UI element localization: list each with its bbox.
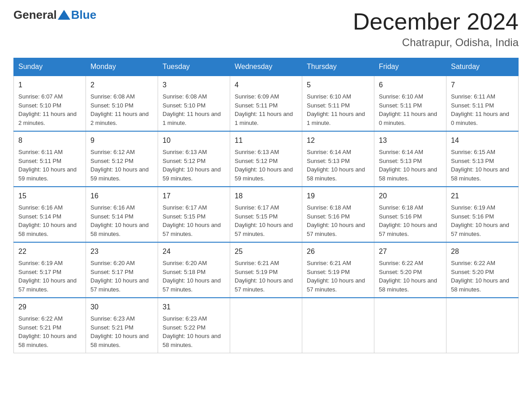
day-number: 2 <box>90 80 153 90</box>
day-info: Sunrise: 6:10 AMSunset: 5:11 PMDaylight:… <box>307 92 369 127</box>
calendar-cell: 26Sunrise: 6:21 AMSunset: 5:19 PMDayligh… <box>302 242 374 298</box>
calendar-week-5: 29Sunrise: 6:22 AMSunset: 5:21 PMDayligh… <box>14 298 519 353</box>
header-tuesday: Tuesday <box>158 58 230 76</box>
day-number: 28 <box>451 246 514 257</box>
day-number: 31 <box>163 302 225 313</box>
day-info: Sunrise: 6:21 AMSunset: 5:19 PMDaylight:… <box>307 259 369 294</box>
day-info: Sunrise: 6:21 AMSunset: 5:19 PMDaylight:… <box>235 259 297 294</box>
day-info: Sunrise: 6:07 AMSunset: 5:10 PMDaylight:… <box>18 92 81 127</box>
calendar-cell: 27Sunrise: 6:22 AMSunset: 5:20 PMDayligh… <box>374 242 446 298</box>
day-number: 8 <box>18 135 81 146</box>
day-number: 15 <box>18 191 81 201</box>
header-wednesday: Wednesday <box>230 58 302 76</box>
calendar-body: 1Sunrise: 6:07 AMSunset: 5:10 PMDaylight… <box>14 76 519 353</box>
calendar-cell: 7Sunrise: 6:11 AMSunset: 5:11 PMDaylight… <box>446 76 519 131</box>
day-number: 29 <box>18 302 81 313</box>
day-number: 27 <box>379 246 442 257</box>
day-number: 26 <box>307 246 369 257</box>
day-number: 13 <box>379 135 442 146</box>
logo-triangle-icon <box>58 10 70 20</box>
calendar-cell: 28Sunrise: 6:22 AMSunset: 5:20 PMDayligh… <box>446 242 519 298</box>
calendar-table: SundayMondayTuesdayWednesdayThursdayFrid… <box>13 58 519 353</box>
day-info: Sunrise: 6:09 AMSunset: 5:11 PMDaylight:… <box>235 92 297 127</box>
day-info: Sunrise: 6:23 AMSunset: 5:22 PMDaylight:… <box>163 314 225 349</box>
days-of-week-row: SundayMondayTuesdayWednesdayThursdayFrid… <box>14 58 519 76</box>
day-info: Sunrise: 6:20 AMSunset: 5:18 PMDaylight:… <box>163 259 225 294</box>
day-number: 25 <box>235 246 297 257</box>
calendar-cell <box>230 298 302 353</box>
calendar-cell: 29Sunrise: 6:22 AMSunset: 5:21 PMDayligh… <box>14 298 86 353</box>
calendar-cell: 4Sunrise: 6:09 AMSunset: 5:11 PMDaylight… <box>230 76 302 131</box>
calendar-cell: 3Sunrise: 6:08 AMSunset: 5:10 PMDaylight… <box>158 76 230 131</box>
calendar-cell: 19Sunrise: 6:18 AMSunset: 5:16 PMDayligh… <box>302 187 374 242</box>
day-number: 23 <box>90 246 153 257</box>
day-info: Sunrise: 6:10 AMSunset: 5:11 PMDaylight:… <box>379 92 442 127</box>
day-info: Sunrise: 6:08 AMSunset: 5:10 PMDaylight:… <box>90 92 153 127</box>
day-number: 4 <box>235 80 297 90</box>
calendar-cell: 16Sunrise: 6:16 AMSunset: 5:14 PMDayligh… <box>86 187 158 242</box>
calendar-cell: 15Sunrise: 6:16 AMSunset: 5:14 PMDayligh… <box>14 187 86 242</box>
day-number: 3 <box>163 80 225 90</box>
day-info: Sunrise: 6:19 AMSunset: 5:16 PMDaylight:… <box>451 203 514 238</box>
header-saturday: Saturday <box>446 58 519 76</box>
calendar-cell: 12Sunrise: 6:14 AMSunset: 5:13 PMDayligh… <box>302 131 374 187</box>
day-info: Sunrise: 6:16 AMSunset: 5:14 PMDaylight:… <box>90 203 153 238</box>
day-number: 17 <box>163 191 225 201</box>
day-number: 24 <box>163 246 225 257</box>
day-number: 22 <box>18 246 81 257</box>
calendar-cell: 13Sunrise: 6:14 AMSunset: 5:13 PMDayligh… <box>374 131 446 187</box>
day-number: 16 <box>90 191 153 201</box>
calendar-cell: 21Sunrise: 6:19 AMSunset: 5:16 PMDayligh… <box>446 187 519 242</box>
day-info: Sunrise: 6:11 AMSunset: 5:11 PMDaylight:… <box>18 148 81 183</box>
calendar-cell: 30Sunrise: 6:23 AMSunset: 5:21 PMDayligh… <box>86 298 158 353</box>
calendar-week-2: 8Sunrise: 6:11 AMSunset: 5:11 PMDaylight… <box>14 131 519 187</box>
day-info: Sunrise: 6:14 AMSunset: 5:13 PMDaylight:… <box>307 148 369 183</box>
day-info: Sunrise: 6:18 AMSunset: 5:16 PMDaylight:… <box>379 203 442 238</box>
header-monday: Monday <box>86 58 158 76</box>
calendar-cell: 9Sunrise: 6:12 AMSunset: 5:12 PMDaylight… <box>86 131 158 187</box>
logo-general-text: General <box>13 9 57 21</box>
day-info: Sunrise: 6:08 AMSunset: 5:10 PMDaylight:… <box>163 92 225 127</box>
day-info: Sunrise: 6:15 AMSunset: 5:13 PMDaylight:… <box>451 148 514 183</box>
day-info: Sunrise: 6:22 AMSunset: 5:20 PMDaylight:… <box>451 259 514 294</box>
calendar-cell: 17Sunrise: 6:17 AMSunset: 5:15 PMDayligh… <box>158 187 230 242</box>
day-number: 18 <box>235 191 297 201</box>
calendar-week-3: 15Sunrise: 6:16 AMSunset: 5:14 PMDayligh… <box>14 187 519 242</box>
day-number: 19 <box>307 191 369 201</box>
calendar-cell <box>446 298 519 353</box>
calendar-week-4: 22Sunrise: 6:19 AMSunset: 5:17 PMDayligh… <box>14 242 519 298</box>
calendar-cell: 11Sunrise: 6:13 AMSunset: 5:12 PMDayligh… <box>230 131 302 187</box>
page-header: General Blue December 2024 Chatrapur, Od… <box>13 9 519 49</box>
day-info: Sunrise: 6:13 AMSunset: 5:12 PMDaylight:… <box>235 148 297 183</box>
day-number: 6 <box>379 80 442 90</box>
calendar-cell <box>374 298 446 353</box>
day-number: 14 <box>451 135 514 146</box>
calendar-header: SundayMondayTuesdayWednesdayThursdayFrid… <box>14 58 519 76</box>
day-number: 10 <box>163 135 225 146</box>
calendar-cell: 24Sunrise: 6:20 AMSunset: 5:18 PMDayligh… <box>158 242 230 298</box>
calendar-cell: 6Sunrise: 6:10 AMSunset: 5:11 PMDaylight… <box>374 76 446 131</box>
calendar-cell: 23Sunrise: 6:20 AMSunset: 5:17 PMDayligh… <box>86 242 158 298</box>
calendar-cell: 10Sunrise: 6:13 AMSunset: 5:12 PMDayligh… <box>158 131 230 187</box>
logo: General Blue <box>13 9 96 21</box>
calendar-cell: 20Sunrise: 6:18 AMSunset: 5:16 PMDayligh… <box>374 187 446 242</box>
day-info: Sunrise: 6:18 AMSunset: 5:16 PMDaylight:… <box>307 203 369 238</box>
day-info: Sunrise: 6:14 AMSunset: 5:13 PMDaylight:… <box>379 148 442 183</box>
header-sunday: Sunday <box>14 58 86 76</box>
day-number: 7 <box>451 80 514 90</box>
calendar-cell: 25Sunrise: 6:21 AMSunset: 5:19 PMDayligh… <box>230 242 302 298</box>
day-number: 1 <box>18 80 81 90</box>
day-info: Sunrise: 6:19 AMSunset: 5:17 PMDaylight:… <box>18 259 81 294</box>
location-title: Chatrapur, Odisha, India <box>353 36 519 49</box>
calendar-cell: 5Sunrise: 6:10 AMSunset: 5:11 PMDaylight… <box>302 76 374 131</box>
day-info: Sunrise: 6:13 AMSunset: 5:12 PMDaylight:… <box>163 148 225 183</box>
day-number: 12 <box>307 135 369 146</box>
calendar-cell: 8Sunrise: 6:11 AMSunset: 5:11 PMDaylight… <box>14 131 86 187</box>
day-number: 11 <box>235 135 297 146</box>
day-number: 20 <box>379 191 442 201</box>
calendar-cell: 22Sunrise: 6:19 AMSunset: 5:17 PMDayligh… <box>14 242 86 298</box>
calendar-cell: 1Sunrise: 6:07 AMSunset: 5:10 PMDaylight… <box>14 76 86 131</box>
calendar-week-1: 1Sunrise: 6:07 AMSunset: 5:10 PMDaylight… <box>14 76 519 131</box>
day-number: 9 <box>90 135 153 146</box>
calendar-cell: 18Sunrise: 6:17 AMSunset: 5:15 PMDayligh… <box>230 187 302 242</box>
